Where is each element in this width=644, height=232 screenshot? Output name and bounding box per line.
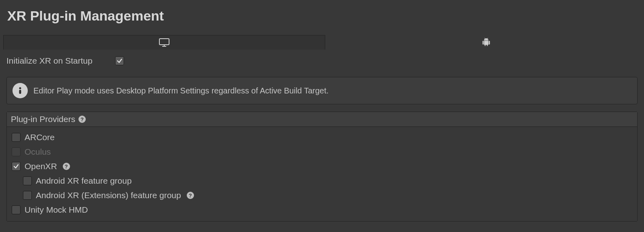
provider-checkbox-mockhmd[interactable]	[12, 205, 21, 214]
provider-row-oculus: Oculus	[11, 145, 633, 159]
help-icon[interactable]: ?	[63, 163, 70, 170]
plugin-providers-title: Plug-in Providers	[11, 114, 75, 124]
provider-label-arcore: ARCore	[25, 133, 55, 142]
tab-android[interactable]	[325, 35, 644, 50]
info-icon	[12, 83, 28, 98]
svg-rect-0	[159, 39, 169, 45]
provider-row-arcore: ARCore	[11, 130, 633, 145]
plugin-providers-body: ARCoreOculusOpenXR?Android XR feature gr…	[7, 127, 637, 221]
monitor-icon	[159, 38, 169, 47]
provider-row-mockhmd: Unity Mock HMD	[11, 203, 633, 217]
provider-label-androidxr: Android XR feature group	[36, 176, 132, 186]
provider-label-mockhmd: Unity Mock HMD	[25, 205, 88, 215]
provider-label-oculus: Oculus	[25, 147, 51, 157]
help-icon[interactable]: ?	[187, 192, 194, 199]
plugin-providers-header: Plug-in Providers ?	[7, 112, 637, 127]
provider-checkbox-arcore[interactable]	[12, 133, 21, 142]
android-icon	[482, 38, 491, 47]
provider-checkbox-oculus	[12, 147, 21, 156]
provider-row-openxr: OpenXR?	[11, 159, 633, 174]
provider-row-androidxr: Android XR feature group	[11, 174, 633, 188]
initialize-row: Initialize XR on Startup	[6, 56, 638, 66]
provider-checkbox-androidxre[interactable]	[23, 191, 32, 200]
notice-text: Editor Play mode uses Desktop Platform S…	[33, 86, 328, 95]
provider-label-androidxre: Android XR (Extensions) feature group	[36, 191, 181, 200]
play-mode-notice: Editor Play mode uses Desktop Platform S…	[6, 77, 638, 104]
svg-point-3	[19, 87, 21, 89]
provider-checkbox-androidxr[interactable]	[23, 176, 32, 185]
provider-checkbox-openxr[interactable]	[12, 162, 21, 171]
provider-label-openxr: OpenXR	[25, 162, 57, 171]
page-title: XR Plug-in Management	[0, 0, 644, 35]
platform-tab-bar	[3, 35, 644, 50]
plugin-providers-section: Plug-in Providers ? ARCoreOculusOpenXR?A…	[6, 112, 638, 222]
tab-desktop[interactable]	[3, 35, 325, 50]
svg-rect-4	[19, 90, 21, 94]
help-icon[interactable]: ?	[78, 116, 86, 123]
provider-row-androidxre: Android XR (Extensions) feature group?	[11, 188, 633, 203]
initialize-label: Initialize XR on Startup	[6, 56, 111, 66]
initialize-checkbox[interactable]	[115, 56, 124, 65]
